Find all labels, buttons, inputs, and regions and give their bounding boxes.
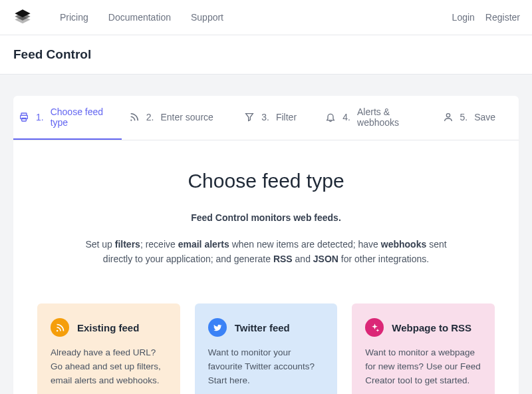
twitter-icon (208, 318, 227, 337)
stack-icon (13, 8, 32, 27)
wizard-card: 1. Choose feed type 2. Enter source (13, 96, 519, 394)
option-desc: Want to monitor your favourite Twitter a… (208, 346, 325, 388)
nav-documentation[interactable]: Documentation (108, 12, 171, 23)
nav-login[interactable]: Login (452, 12, 475, 23)
top-nav: Pricing Documentation Support Login Regi… (0, 0, 532, 35)
rss-icon (129, 112, 140, 122)
svg-point-7 (446, 114, 450, 117)
step-choose-feed-type[interactable]: 1. Choose feed type (13, 96, 122, 140)
page-title: Feed Control (13, 47, 519, 62)
printer-icon (19, 112, 29, 122)
logo[interactable] (12, 7, 33, 28)
step-num: 3. (261, 112, 269, 122)
option-title: Webpage to RSS (392, 322, 471, 333)
wizard-steps: 1. Choose feed type 2. Enter source (13, 96, 519, 140)
hero-lead: Feed Control monitors web feeds. (56, 212, 476, 223)
step-num: 5. (460, 112, 468, 122)
option-twitter-feed[interactable]: Twitter feed Want to monitor your favour… (195, 303, 338, 394)
stage: 1. Choose feed type 2. Enter source (0, 75, 532, 394)
option-desc: Already have a feed URL? Go ahead and se… (51, 346, 167, 388)
option-desc: Want to monitor a webpage for new items?… (365, 346, 481, 388)
step-filter[interactable]: 3. Filter (221, 96, 320, 140)
step-label: Enter source (160, 112, 213, 122)
user-icon (443, 112, 454, 122)
option-existing-feed[interactable]: Existing feed Already have a feed URL? G… (37, 303, 180, 394)
sparkle-icon (365, 318, 384, 337)
step-save[interactable]: 5. Save (420, 96, 519, 140)
option-webpage-to-rss[interactable]: Webpage to RSS Want to monitor a webpage… (352, 303, 495, 394)
nav-pricing[interactable]: Pricing (60, 12, 88, 23)
step-num: 2. (146, 112, 154, 122)
hero: Choose feed type Feed Control monitors w… (13, 140, 519, 288)
step-label: Filter (276, 112, 297, 122)
svg-point-8 (56, 330, 58, 332)
nav-support[interactable]: Support (191, 12, 223, 23)
bell-icon (325, 112, 336, 122)
feed-type-options: Existing feed Already have a feed URL? G… (13, 288, 519, 394)
step-enter-source[interactable]: 2. Enter source (122, 96, 221, 140)
svg-point-6 (130, 120, 132, 121)
nav-left: Pricing Documentation Support (60, 12, 223, 23)
step-label: Choose feed type (51, 106, 116, 128)
step-num: 4. (342, 112, 350, 122)
hero-desc: Set up filters; receive email alerts whe… (80, 238, 452, 266)
nav-right: Login Register (452, 12, 520, 23)
funnel-icon (244, 112, 255, 122)
step-num: 1. (36, 112, 44, 122)
option-title: Twitter feed (235, 322, 290, 333)
step-label: Alerts & webhooks (357, 106, 414, 128)
page-header: Feed Control (0, 35, 532, 75)
step-label: Save (474, 112, 495, 122)
option-title: Existing feed (77, 322, 139, 333)
step-alerts-webhooks[interactable]: 4. Alerts & webhooks (320, 96, 419, 140)
rss-icon (51, 318, 69, 337)
hero-title: Choose feed type (56, 170, 476, 192)
nav-register[interactable]: Register (485, 12, 520, 23)
